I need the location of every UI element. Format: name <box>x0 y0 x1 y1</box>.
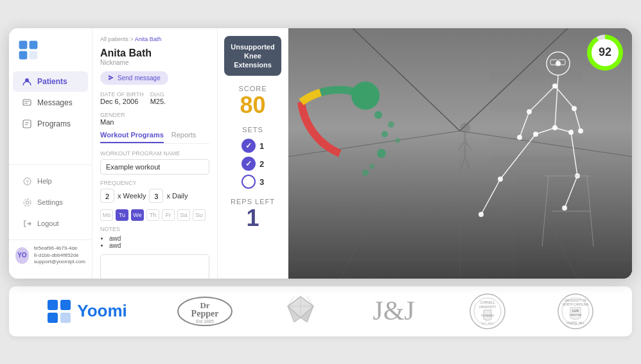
sidebar-bottom: ? Help Settings Logout <box>9 164 92 239</box>
sidebar-item-help[interactable]: ? Help <box>13 171 88 191</box>
logout-label: Logout <box>37 220 59 227</box>
diag-field: DIAG M25. <box>150 91 166 105</box>
day-we[interactable]: We <box>131 209 144 221</box>
svg-line-31 <box>536 128 555 134</box>
user-id: fe5eaf96-4b79-4de8-d1bb-dbb4f852de <box>34 245 79 259</box>
notes-label: Notes <box>100 226 209 232</box>
svg-text:CORNELL: CORNELL <box>480 300 495 304</box>
sidebar-user: YO fe5eaf96-4b79-4de8-d1bb-dbb4f852de su… <box>9 239 92 270</box>
days-row: Mo Tu We Th Fr Sa Su <box>100 209 209 221</box>
logo-icon <box>18 40 39 60</box>
svg-point-46 <box>498 177 503 182</box>
programs-label: Programs <box>37 119 71 128</box>
svg-text:Pepper: Pepper <box>191 309 219 318</box>
set-number-3: 3 <box>259 177 264 187</box>
logo-yoomi: Yoomi <box>46 295 127 327</box>
send-message-label: Send message <box>118 74 161 82</box>
note-1: awd <box>109 235 209 242</box>
svg-point-54 <box>351 82 380 110</box>
yoomi-text: Yoomi <box>77 301 127 321</box>
freq-daily-num: 3 <box>149 189 163 203</box>
help-icon: ? <box>22 176 32 186</box>
reps-left-value: 1 <box>246 207 259 230</box>
settings-label: Settings <box>37 198 63 206</box>
svg-text:CHAPEL HILL: CHAPEL HILL <box>566 322 584 325</box>
svg-text:LUX: LUX <box>572 309 579 313</box>
svg-text:NORTH CAROLINA: NORTH CAROLINA <box>563 303 588 306</box>
day-mo[interactable]: Mo <box>100 209 113 221</box>
day-th[interactable]: Th <box>146 209 159 221</box>
sidebar-item-patients[interactable]: Patients <box>13 71 88 92</box>
svg-line-26 <box>555 75 558 128</box>
score-circle-value: 92 <box>592 39 619 66</box>
svg-rect-5 <box>23 100 31 105</box>
tab-workout-programs[interactable]: Workout Programs <box>100 131 164 143</box>
workout-program-name-label: Workout Program Name <box>100 150 209 157</box>
svg-point-61 <box>362 169 369 176</box>
note-2: awd <box>109 242 209 249</box>
svg-point-49 <box>562 205 567 211</box>
send-message-button[interactable]: Send message <box>100 71 168 85</box>
svg-point-62 <box>460 123 470 133</box>
app-logo <box>9 36 92 71</box>
help-label: Help <box>37 177 52 185</box>
svg-line-67 <box>465 157 470 169</box>
tab-reports[interactable]: Reports <box>171 131 197 143</box>
logo-jj: J&J <box>368 295 419 327</box>
svg-line-33 <box>500 134 536 179</box>
main-card: Patients Messages Programs ? Help <box>9 28 632 279</box>
tabs: Workout Programs Reports <box>100 131 209 144</box>
user-avatar: YO <box>15 247 29 264</box>
svg-rect-6 <box>23 120 31 128</box>
svg-text:?: ? <box>26 179 29 185</box>
day-sa[interactable]: Sa <box>177 209 190 221</box>
jj-logo-svg: J&J <box>368 295 419 327</box>
breadcrumb-all: All patients <box>100 36 128 42</box>
sets-label: SETS <box>242 126 263 134</box>
sidebar-item-settings[interactable]: Settings <box>13 192 88 212</box>
svg-point-55 <box>374 111 382 119</box>
patients-icon <box>22 76 32 87</box>
messages-icon <box>22 98 32 108</box>
svg-point-10 <box>24 199 31 206</box>
sidebar-item-messages[interactable]: Messages <box>13 92 88 113</box>
user-info: fe5eaf96-4b79-4de8-d1bb-dbb4f852de suppo… <box>34 245 85 265</box>
svg-rect-2 <box>19 51 28 59</box>
day-tu[interactable]: Tu <box>116 209 128 221</box>
svg-rect-0 <box>19 40 28 49</box>
svg-text:A.D. 1865: A.D. 1865 <box>482 322 494 325</box>
unc-logo-svg: UNIVERSITY OF NORTH CAROLINA CHAPEL HILL… <box>556 292 595 331</box>
messages-label: Messages <box>37 98 73 107</box>
set-check-1: ✓ <box>245 141 252 150</box>
day-fr[interactable]: Fr <box>162 209 175 221</box>
svg-point-41 <box>572 106 577 111</box>
set-check-2: ✓ <box>245 159 252 168</box>
breadcrumb-name[interactable]: Anita Bath <box>135 36 162 42</box>
drpepper-logo-svg: Dr Pepper Est.1885 <box>176 295 234 327</box>
freq-weekly-num: 2 <box>100 189 114 203</box>
freq-weekly-label: x Weekly <box>118 192 146 200</box>
set-number-1: 1 <box>259 141 264 151</box>
workout-program-name-input[interactable] <box>100 159 209 175</box>
video-panel: 92 <box>288 28 632 279</box>
gem-logo-svg <box>283 293 319 329</box>
notes-textarea[interactable] <box>100 254 209 279</box>
logo-drpepper: Dr Pepper Est.1885 <box>176 295 234 327</box>
svg-point-45 <box>568 130 574 135</box>
user-email: support@yoomipt.com <box>34 259 85 265</box>
sidebar-item-logout[interactable]: Logout <box>13 213 88 234</box>
frequency-row: 2 x Weekly 3 x Daily <box>100 189 209 203</box>
cornell-logo-svg: CORNELL UNIVERSITY FOUNDED A.D. 1865 <box>468 292 507 331</box>
sidebar-item-programs[interactable]: Programs <box>13 114 88 134</box>
svg-point-9 <box>26 201 29 204</box>
day-su[interactable]: Su <box>193 209 206 221</box>
patient-panel: All patients > Anita Bath Anita Bath Nic… <box>92 28 218 279</box>
svg-point-44 <box>533 132 538 137</box>
diag-value: M25. <box>150 98 166 105</box>
svg-rect-1 <box>30 40 38 49</box>
breadcrumb: All patients > Anita Bath <box>100 36 209 42</box>
svg-text:Est.1885: Est.1885 <box>197 319 215 324</box>
dob-label: DATE OF BIRTH <box>100 91 144 98</box>
logout-icon <box>22 218 32 229</box>
svg-line-34 <box>481 179 500 214</box>
